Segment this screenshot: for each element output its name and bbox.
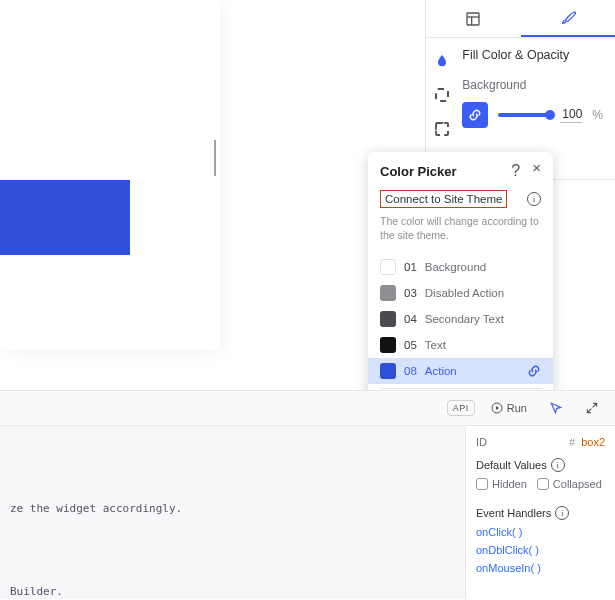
opacity-slider[interactable] xyxy=(498,113,550,117)
theme-label: Action xyxy=(425,365,457,377)
collapsed-checkbox[interactable] xyxy=(537,478,549,490)
inspect-button[interactable] xyxy=(543,397,569,419)
rail-corners[interactable] xyxy=(429,116,455,142)
close-icon[interactable]: × xyxy=(532,162,541,180)
theme-swatch xyxy=(380,363,396,379)
tab-design[interactable] xyxy=(521,0,616,37)
hidden-checkbox[interactable] xyxy=(476,478,488,490)
expand-icon xyxy=(585,401,599,415)
opacity-percent-sign: % xyxy=(592,108,603,122)
theme-code: 05 xyxy=(404,339,417,351)
theme-code: 03 xyxy=(404,287,417,299)
inspect-icon xyxy=(549,401,563,415)
id-value[interactable]: box2 xyxy=(581,436,605,448)
properties-panel: ID # box2 Default Values i Hidden Collap… xyxy=(465,426,615,599)
id-hash: # xyxy=(569,436,575,448)
theme-label: Background xyxy=(425,261,486,273)
code-area[interactable]: ze the widget accordingly. Builder. xyxy=(0,426,465,599)
brush-icon xyxy=(560,10,576,26)
hidden-label: Hidden xyxy=(492,478,527,490)
design-panel-title: Fill Color & Opacity xyxy=(462,48,603,62)
info-icon[interactable]: i xyxy=(527,192,541,206)
theme-code: 08 xyxy=(404,365,417,377)
default-values-label: Default Values xyxy=(476,459,547,471)
theme-label: Secondary Text xyxy=(425,313,504,325)
tab-layout[interactable] xyxy=(426,0,521,37)
theme-swatch xyxy=(380,285,396,301)
run-button[interactable]: Run xyxy=(485,398,533,418)
color-picker-title: Color Picker xyxy=(380,164,457,179)
box-widget[interactable] xyxy=(0,180,130,255)
info-icon[interactable]: i xyxy=(551,458,565,472)
theme-item-03[interactable]: 03Disabled Action xyxy=(368,280,553,306)
info-icon[interactable]: i xyxy=(555,506,569,520)
event-handlers-label: Event Handlers xyxy=(476,507,551,519)
background-label: Background xyxy=(462,78,603,92)
theme-item-01[interactable]: 01Background xyxy=(368,254,553,280)
svg-rect-0 xyxy=(467,13,479,25)
inspector-toolbar: API Run xyxy=(0,391,615,426)
background-swatch[interactable] xyxy=(462,102,488,128)
theme-code: 04 xyxy=(404,313,417,325)
corners-icon xyxy=(435,122,449,136)
link-icon xyxy=(468,108,482,122)
theme-swatch xyxy=(380,337,396,353)
theme-item-08[interactable]: 08Action xyxy=(368,358,553,384)
expand-button[interactable] xyxy=(579,397,605,419)
droplet-icon xyxy=(434,53,450,69)
play-icon xyxy=(491,402,503,414)
text-caret xyxy=(214,140,216,176)
theme-code: 01 xyxy=(404,261,417,273)
layout-icon xyxy=(465,11,481,27)
connect-hint: The color will change according to the s… xyxy=(380,214,541,242)
id-label: ID xyxy=(476,436,487,448)
rail-border[interactable] xyxy=(429,82,455,108)
event-handler-link[interactable]: onClick( ) xyxy=(476,526,605,538)
theme-label: Disabled Action xyxy=(425,287,504,299)
slider-thumb[interactable] xyxy=(545,110,555,120)
connect-site-theme-label: Connect to Site Theme xyxy=(380,190,507,208)
event-handler-link[interactable]: onDblClick( ) xyxy=(476,544,605,556)
link-icon xyxy=(527,364,541,378)
collapsed-label: Collapsed xyxy=(553,478,602,490)
design-tabs xyxy=(426,0,615,38)
design-rail xyxy=(426,38,458,142)
theme-item-05[interactable]: 05Text xyxy=(368,332,553,358)
theme-item-04[interactable]: 04Secondary Text xyxy=(368,306,553,332)
theme-label: Text xyxy=(425,339,446,351)
code-inspector: API Run ze the widget accordingly. Build… xyxy=(0,390,615,600)
theme-swatch xyxy=(380,259,396,275)
help-icon[interactable]: ? xyxy=(511,162,520,180)
canvas[interactable] xyxy=(0,0,220,350)
dashed-border-icon xyxy=(435,88,449,102)
api-button[interactable]: API xyxy=(447,400,475,416)
opacity-value[interactable]: 100 xyxy=(560,107,582,123)
rail-fill[interactable] xyxy=(429,48,455,74)
theme-swatch xyxy=(380,311,396,327)
event-handler-link[interactable]: onMouseIn( ) xyxy=(476,562,605,574)
